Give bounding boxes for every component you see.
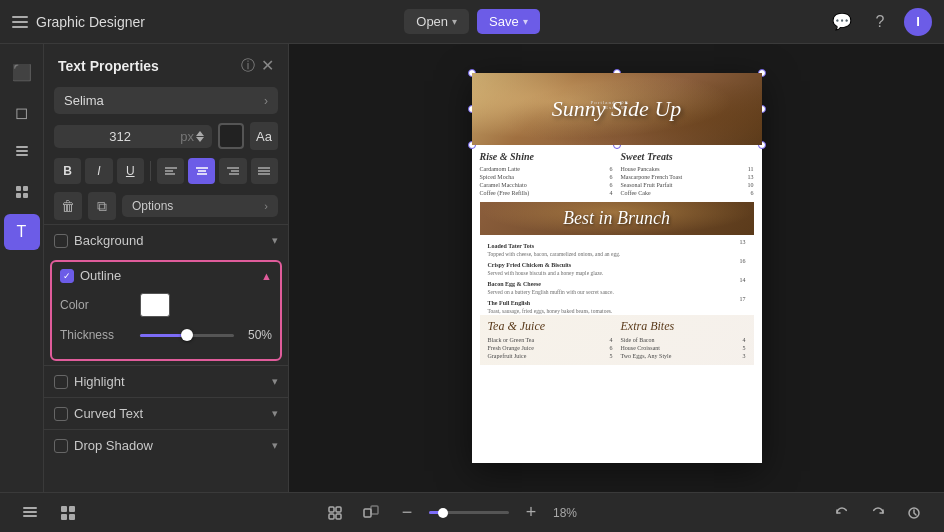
brunch-desc: Topped with cheese, bacon, caramelized o…: [488, 251, 746, 257]
menu-section-tea: Tea & Juice Black or Green Tea4 Fresh Or…: [488, 319, 613, 361]
menu-item: Fresh Orange Juice6: [488, 345, 613, 351]
outline-section: Outline ▲ Color Thickness 50%: [50, 260, 282, 361]
font-size-row: 312 px Aa: [54, 122, 278, 150]
highlight-section: Highlight ▾: [44, 365, 288, 397]
brunch-desc: Toast, sausage, fried eggs, honey baked …: [488, 308, 746, 314]
history-icon[interactable]: [900, 499, 928, 527]
delete-button[interactable]: 🗑: [54, 192, 82, 220]
sidebar-icon-shapes[interactable]: ◻: [4, 94, 40, 130]
main-area: ⬛ ◻ T Text Properties ⓘ ✕: [0, 44, 944, 492]
options-button[interactable]: Options ›: [122, 195, 278, 217]
font-size-up-arrow[interactable]: [196, 131, 204, 136]
footer-title-tea: Tea & Juice: [488, 319, 613, 334]
layers-icon[interactable]: [16, 499, 44, 527]
comment-icon[interactable]: 💬: [828, 8, 856, 36]
menu-item: Spiced Mocha6: [480, 174, 613, 180]
bold-button[interactable]: B: [54, 158, 81, 184]
zoom-thumb[interactable]: [438, 508, 448, 518]
slider-track: [140, 334, 234, 337]
svg-rect-24: [61, 514, 67, 520]
duplicate-button[interactable]: ⧉: [88, 192, 116, 220]
brunch-desc: Served with house biscuits and a honey m…: [488, 270, 746, 276]
bottom-center: − + 18%: [321, 499, 589, 527]
panel-title: Text Properties: [58, 58, 235, 74]
sidebar-icon-layers[interactable]: [4, 134, 40, 170]
sidebar-icon-mouse[interactable]: ⬛: [4, 54, 40, 90]
icon-sidebar: ⬛ ◻ T: [0, 44, 44, 492]
save-button[interactable]: Save ▾: [477, 9, 540, 34]
redo-icon[interactable]: [864, 499, 892, 527]
svg-rect-2: [16, 146, 28, 148]
open-button[interactable]: Open ▾: [404, 9, 469, 34]
align-right-button[interactable]: [219, 158, 246, 184]
menu-item: Cardamom Latte6: [480, 166, 613, 172]
brunch-item: Crispy Fried Chicken & Biscuits 16: [488, 258, 746, 268]
thickness-slider[interactable]: [140, 325, 234, 345]
close-icon[interactable]: ✕: [261, 56, 274, 75]
drop-shadow-checkbox[interactable]: [54, 439, 68, 453]
svg-rect-25: [69, 514, 75, 520]
undo-icon[interactable]: [828, 499, 856, 527]
sidebar-icon-grid[interactable]: [4, 174, 40, 210]
curved-text-checkbox[interactable]: [54, 407, 68, 421]
zoom-slider[interactable]: [429, 511, 509, 514]
background-checkbox[interactable]: [54, 234, 68, 248]
svg-rect-27: [336, 507, 341, 512]
zoom-in-icon[interactable]: +: [517, 499, 545, 527]
highlight-checkbox[interactable]: [54, 375, 68, 389]
curved-text-section: Curved Text ▾: [44, 397, 288, 429]
background-section: Background ▾: [44, 224, 288, 256]
italic-button[interactable]: I: [85, 158, 112, 184]
avatar[interactable]: I: [904, 8, 932, 36]
svg-rect-20: [23, 515, 37, 517]
svg-rect-19: [23, 511, 37, 513]
drop-shadow-header[interactable]: Drop Shadow ▾: [54, 438, 278, 453]
font-selector[interactable]: Selima ›: [54, 87, 278, 114]
outline-checkbox[interactable]: [60, 269, 74, 283]
fit-icon[interactable]: [321, 499, 349, 527]
menu-body: Rise & Shine Cardamom Latte6 Spiced Moch…: [472, 145, 762, 371]
svg-rect-29: [336, 514, 341, 519]
transform-icon[interactable]: [357, 499, 385, 527]
thickness-row: Thickness 50%: [60, 325, 272, 345]
svg-rect-26: [329, 507, 334, 512]
background-header[interactable]: Background ▾: [54, 233, 278, 248]
properties-panel: Text Properties ⓘ ✕ Selima › 312 px Aa: [44, 44, 289, 492]
options-label: Options: [132, 199, 258, 213]
menu-section-sweet: Sweet Treats House Pancakes11 Mascarpone…: [621, 151, 754, 198]
svg-rect-3: [16, 186, 21, 191]
brunch-items: Loaded Tater Tots 13 Topped with cheese,…: [480, 239, 754, 314]
help-icon[interactable]: ?: [866, 8, 894, 36]
thickness-value: 50%: [242, 328, 272, 342]
highlight-header[interactable]: Highlight ▾: [54, 374, 278, 389]
sidebar-icon-text[interactable]: T: [4, 214, 40, 250]
zoom-out-icon[interactable]: −: [393, 499, 421, 527]
align-left-button[interactable]: [157, 158, 184, 184]
font-size-arrows: [196, 131, 204, 142]
align-justify-button[interactable]: [251, 158, 278, 184]
canvas-area[interactable]: Sunny Side Up Portland, OR Est. '99 Rise…: [289, 44, 944, 492]
topbar: Graphic Designer Open ▾ Save ▾ 💬 ? I: [0, 0, 944, 44]
underline-button[interactable]: U: [117, 158, 144, 184]
outline-color-swatch[interactable]: [140, 293, 170, 317]
curved-text-header[interactable]: Curved Text ▾: [54, 406, 278, 421]
font-chevron-icon: ›: [264, 94, 268, 108]
font-color-swatch[interactable]: [218, 123, 244, 149]
brunch-desc: Served on a buttery English muffin with …: [488, 289, 746, 295]
font-size-down-arrow[interactable]: [196, 137, 204, 142]
menu-icon[interactable]: [12, 16, 28, 28]
design-canvas[interactable]: Sunny Side Up Portland, OR Est. '99 Rise…: [472, 73, 762, 463]
menu-item: Grapefruit Juice5: [488, 353, 613, 359]
app-title: Graphic Designer: [36, 14, 145, 30]
font-size-box[interactable]: 312 px: [54, 125, 212, 148]
slider-thumb[interactable]: [181, 329, 193, 341]
menu-item: Side of Bacon4: [621, 337, 746, 343]
text-case-button[interactable]: Aa: [250, 122, 278, 150]
svg-rect-21: [23, 507, 37, 509]
align-center-button[interactable]: [188, 158, 215, 184]
zoom-value: 18%: [553, 506, 589, 520]
info-icon[interactable]: ⓘ: [241, 57, 255, 75]
svg-rect-22: [61, 506, 67, 512]
font-size-unit: px: [180, 129, 194, 144]
grid-icon[interactable]: [54, 499, 82, 527]
